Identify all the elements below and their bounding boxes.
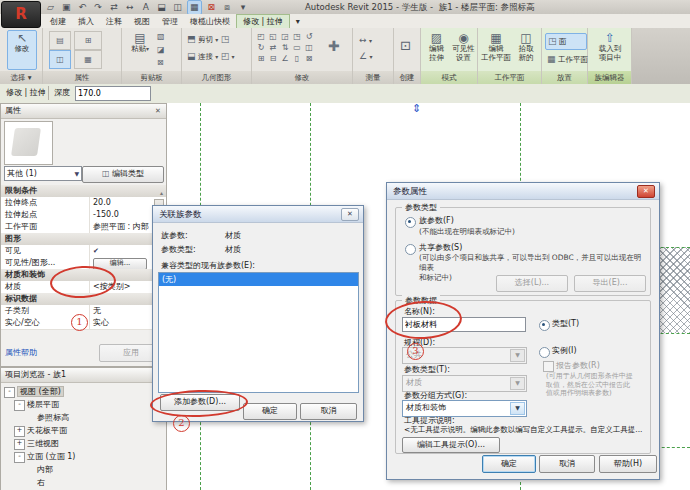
copy2-icon[interactable]: ▯ (291, 53, 303, 64)
tree-item-right[interactable]: 右 (1, 476, 164, 489)
measure-angle-button[interactable]: ∠ ▾ (359, 51, 372, 61)
tab-view[interactable]: 视图 (128, 15, 156, 29)
match-type-icon[interactable]: ⊠ (157, 58, 164, 67)
text-icon[interactable]: A (139, 1, 152, 14)
tree-item-floorplans[interactable]: -楼层平面 (1, 398, 164, 411)
tab-create[interactable]: 创建 (44, 15, 72, 29)
redo-icon[interactable]: ↷ (92, 1, 105, 14)
placement-workplane-option[interactable]: ▦ 工作平面 (545, 52, 585, 66)
save-icon[interactable]: ▣ (60, 1, 73, 14)
tab-glsmodel[interactable]: 橄榄山快模 (184, 15, 236, 29)
thin-lines-icon[interactable]: ▦ (187, 0, 202, 15)
family-parameter-radio-label: 族参数(F) (419, 215, 454, 226)
rotate-icon[interactable]: ↺ (303, 31, 315, 42)
type-radio[interactable] (539, 320, 550, 331)
properties-help-link[interactable]: 属性帮助 (5, 347, 37, 358)
cut-clipboard-icon[interactable]: ▧ (157, 32, 165, 41)
ok-button[interactable]: 确定 (482, 455, 536, 473)
offset-icon[interactable]: ◱ (267, 31, 279, 42)
copy-icon[interactable]: ◪ (157, 45, 165, 54)
properties-palette-icon[interactable]: ▤ (49, 31, 71, 50)
panel-geometry: ⬒ 剪切 ▾ ◳ ⬓ 连接 ▾ ◰ ▾ 几何图形 (182, 28, 252, 84)
cancel-button[interactable]: 取消 (539, 455, 595, 473)
join-geometry-button[interactable]: ⬓ 连接 ▾ ◰ ▾ (187, 51, 235, 62)
tab-insert[interactable]: 插入 (72, 15, 100, 29)
join-geometry-icon: ⬓ (187, 51, 196, 61)
existing-params-list[interactable]: (无) (158, 272, 359, 393)
close-icon[interactable]: ✕ (153, 106, 163, 116)
delete-icon[interactable]: ⊠ (303, 53, 315, 64)
section-icon[interactable]: ◫ (171, 1, 184, 14)
extend-icon[interactable]: ▭ (291, 42, 303, 53)
ok-button[interactable]: 确定 (243, 403, 297, 420)
family-param-value: 材质 (225, 230, 241, 241)
family-types-icon[interactable]: ◫ (49, 50, 71, 69)
tab-modify-extrusion[interactable]: 修改 | 拉伸 (236, 14, 290, 29)
pin-icon[interactable]: ⊟ (267, 53, 279, 64)
load-into-project-button[interactable]: ⇧ 载入到 项目中 (592, 30, 628, 70)
create-similar-icon[interactable]: ⊡ (400, 38, 411, 53)
edit-workplane-button[interactable]: ▦ 编辑 工作平面 (480, 30, 512, 70)
type-selector[interactable]: 其他 (1) ▼ (4, 166, 82, 181)
array-icon[interactable]: ◫ (303, 42, 315, 53)
depth-input[interactable] (75, 86, 151, 101)
cancel-button[interactable]: 取消 (300, 403, 357, 420)
shared-parameter-radio[interactable] (405, 244, 416, 255)
panel-label-select[interactable]: 选择 ▾ (0, 71, 42, 84)
report-param-checkbox[interactable] (543, 361, 554, 372)
open-icon[interactable]: ▱ (44, 1, 57, 14)
mirror-axis-icon[interactable]: ◳ (291, 31, 303, 42)
mirror-icon[interactable]: ◲ (279, 31, 291, 42)
modify-tool-button[interactable]: ↖ 修改 (7, 30, 37, 70)
tree-item-ceilingplans[interactable]: +天花板平面 (1, 424, 164, 437)
edit-type-button[interactable]: ◫ 编辑类型 (82, 166, 164, 183)
tree-item-elevations[interactable]: -立面 (立面 1) (1, 450, 164, 463)
close-icon[interactable]: ✕ (637, 185, 655, 198)
edit-extrusion-button[interactable]: ▨ 编辑 拉伸 (423, 30, 450, 70)
application-menu-button[interactable]: R (1, 1, 41, 28)
pick-new-workplane-button[interactable]: ◫ 拾取 新的 (512, 30, 540, 70)
visibility-settings-button[interactable]: ◉ 可见性 设置 (450, 30, 477, 70)
select-button[interactable]: 选择(L)... (496, 275, 568, 292)
close-hidden-icon[interactable]: ⊠ (205, 1, 218, 14)
cut-geometry-button[interactable]: ⬒ 剪切 ▾ ◳ (187, 34, 229, 45)
undo-icon[interactable]: ↶ (76, 1, 89, 14)
tree-item-interior[interactable]: 内部 (1, 463, 164, 476)
switch-windows-icon[interactable]: ⧈ (221, 1, 234, 14)
panel-label-mode: 模式 (421, 71, 477, 84)
align-icon[interactable]: ◰ (255, 31, 267, 42)
measure-length-button[interactable]: ↔ ▾ (359, 35, 372, 45)
paste-button[interactable]: ▤ 粘贴▾ (126, 30, 154, 70)
unpin-icon[interactable]: ∠ (279, 53, 291, 64)
export-button[interactable]: 导出(E)... (574, 275, 646, 292)
transfer-icon[interactable]: ⇄ (108, 1, 121, 14)
trim-icon[interactable]: ⇅ (279, 42, 291, 53)
list-item-none[interactable]: (无) (159, 273, 358, 286)
properties-palette-title: 属性 (1, 104, 166, 119)
placement-face-option[interactable]: ◳ 面 (545, 33, 587, 50)
visible-checkbox[interactable]: ✔ (89, 245, 152, 257)
dimension-icon[interactable]: ↔ (123, 1, 136, 14)
tab-annotate[interactable]: 注释 (100, 15, 128, 29)
ribbon-display-toggle-icon[interactable]: ▾ (290, 15, 306, 29)
split-icon[interactable]: ⇄ (267, 42, 279, 53)
tree-item-ref-level[interactable]: 参照标高 (1, 411, 164, 424)
close-icon[interactable]: ✕ (341, 208, 359, 221)
instance-radio[interactable] (539, 347, 550, 358)
visibility-settings-icon[interactable]: ▦ (74, 50, 102, 69)
tree-item-views[interactable]: -视图 (全部) (1, 385, 164, 398)
tree-item-3dviews[interactable]: +三维视图 (1, 437, 164, 450)
family-category-icon[interactable]: ⊞ (74, 31, 102, 50)
param-type-label: 参数类型(T): (404, 364, 450, 375)
tab-manage[interactable]: 管理 (156, 15, 184, 29)
help-button[interactable]: 帮助(H) (599, 455, 657, 473)
family-parameter-radio[interactable] (405, 217, 416, 228)
cut-geometry-icon: ⬒ (187, 34, 196, 44)
edit-tooltip-button[interactable]: 编辑工具提示(O)... (402, 437, 500, 453)
qat-more-icon[interactable]: ▾ (237, 1, 250, 14)
scale-icon[interactable]: ⊞ (255, 53, 267, 64)
options-mode-label: 修改 | 拉伸 (6, 87, 46, 98)
3d-view-icon[interactable]: ⬓ (155, 1, 168, 14)
move-icon[interactable]: ✚ (328, 38, 340, 54)
rotate2-icon[interactable]: ↻ (255, 42, 267, 53)
